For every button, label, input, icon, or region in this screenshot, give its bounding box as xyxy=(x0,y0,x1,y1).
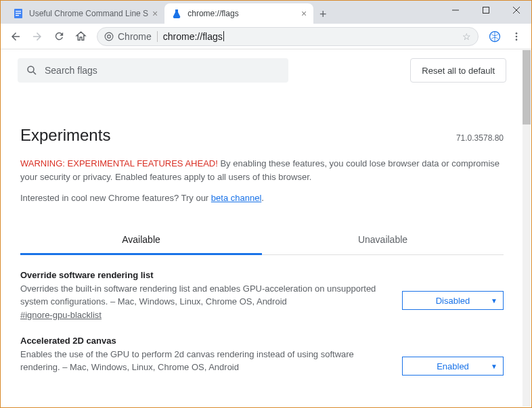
flag-description: Enables the use of the GPU to perform 2d… xyxy=(20,348,389,374)
address-bar[interactable]: Chrome chrome://flags ☆ xyxy=(97,27,479,46)
page-title: Experiments xyxy=(20,126,110,145)
svg-rect-3 xyxy=(16,15,19,16)
beta-prompt: Interested in cool new Chrome features? … xyxy=(20,193,504,203)
flag-title: Override software rendering list xyxy=(20,270,389,280)
svg-point-14 xyxy=(28,66,34,72)
tab-strip: Useful Chrome Command Line S × chrome://… xyxy=(1,1,332,24)
svg-point-9 xyxy=(108,35,111,38)
tab-title: chrome://flags xyxy=(187,9,297,18)
text-cursor xyxy=(223,31,224,41)
reset-all-button[interactable]: Reset all to default xyxy=(410,58,506,83)
svg-point-8 xyxy=(105,32,113,41)
flags-toolbar: Search flags Reset all to default xyxy=(1,50,523,91)
tab-unavailable[interactable]: Unavailable xyxy=(262,226,504,254)
flag-value: Enabled xyxy=(437,361,469,371)
chevron-down-icon: ▼ xyxy=(491,363,497,370)
flag-title: Accelerated 2D canvas xyxy=(20,336,389,346)
security-chip: Chrome xyxy=(104,31,158,42)
svg-rect-1 xyxy=(16,11,21,12)
flag-info: Accelerated 2D canvas Enables the use of… xyxy=(20,336,389,386)
version-label: 71.0.3578.80 xyxy=(456,133,504,143)
tab-title: Useful Chrome Command Line S xyxy=(29,9,148,18)
chip-label: Chrome xyxy=(118,31,152,42)
flag-description: Overrides the built-in software renderin… xyxy=(20,283,389,309)
flags-tabbar: Available Unavailable xyxy=(20,226,504,255)
flag-info: Override software rendering list Overrid… xyxy=(20,270,389,321)
maximize-button[interactable] xyxy=(470,1,501,20)
svg-rect-2 xyxy=(16,13,21,14)
tab-inactive[interactable]: Useful Chrome Command Line S × xyxy=(6,3,164,24)
docs-icon xyxy=(13,8,24,19)
back-button[interactable] xyxy=(6,27,25,46)
warning-emphasis: WARNING: EXPERIMENTAL FEATURES AHEAD! xyxy=(20,158,218,168)
chevron-down-icon: ▼ xyxy=(491,297,497,304)
page-body: Experiments 71.0.3578.80 WARNING: EXPERI… xyxy=(1,91,523,386)
minimize-button[interactable] xyxy=(440,1,470,20)
flag-row: Accelerated 2D canvas Enables the use of… xyxy=(20,321,504,386)
svg-point-13 xyxy=(516,39,518,41)
search-placeholder: Search flags xyxy=(45,65,97,76)
window-titlebar: Useful Chrome Command Line S × chrome://… xyxy=(1,1,531,24)
window-controls xyxy=(440,1,531,20)
svg-point-12 xyxy=(516,35,518,37)
home-button[interactable] xyxy=(71,27,90,46)
bookmark-star-icon[interactable]: ☆ xyxy=(462,31,471,42)
tab-active[interactable]: chrome://flags × xyxy=(164,3,313,24)
scrollbar-thumb[interactable] xyxy=(523,50,531,124)
extension-icon[interactable] xyxy=(485,27,504,46)
close-icon[interactable]: × xyxy=(152,8,158,19)
flag-dropdown[interactable]: Disabled ▼ xyxy=(402,291,504,310)
beta-prefix: Interested in cool new Chrome features? … xyxy=(20,193,211,203)
flag-value: Disabled xyxy=(436,296,470,306)
search-icon xyxy=(26,64,38,76)
browser-toolbar: Chrome chrome://flags ☆ xyxy=(1,24,531,49)
flag-dropdown[interactable]: Enabled ▼ xyxy=(402,357,504,376)
svg-rect-5 xyxy=(483,7,489,14)
svg-line-15 xyxy=(33,72,36,74)
chrome-icon xyxy=(104,32,114,41)
beta-suffix: . xyxy=(261,193,264,203)
search-input[interactable]: Search flags xyxy=(18,58,288,83)
reload-button[interactable] xyxy=(49,27,68,46)
forward-button[interactable] xyxy=(28,27,47,46)
browser-menu-button[interactable] xyxy=(507,27,526,46)
flask-icon xyxy=(171,8,182,19)
flag-hash-link[interactable]: #ignore-gpu-blacklist xyxy=(20,310,102,320)
tab-available[interactable]: Available xyxy=(20,226,262,255)
close-icon[interactable]: × xyxy=(301,8,307,19)
svg-point-11 xyxy=(516,32,518,35)
flag-row: Override software rendering list Overrid… xyxy=(20,255,504,321)
close-window-button[interactable] xyxy=(501,1,531,20)
warning-text: WARNING: EXPERIMENTAL FEATURES AHEAD! By… xyxy=(20,157,504,183)
page-viewport: Search flags Reset all to default Experi… xyxy=(1,50,523,407)
url-text: chrome://flags xyxy=(163,31,223,42)
beta-channel-link[interactable]: beta channel xyxy=(211,193,261,203)
new-tab-button[interactable]: + xyxy=(313,5,332,24)
page-header: Experiments 71.0.3578.80 xyxy=(20,126,504,145)
